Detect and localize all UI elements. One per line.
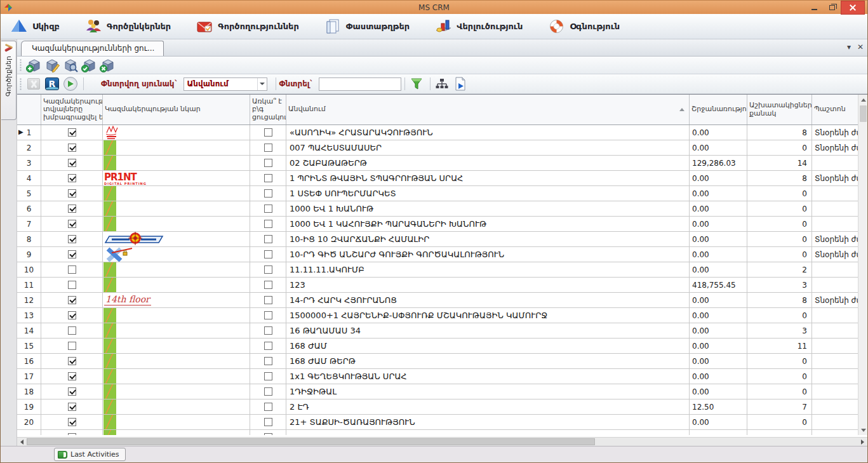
edit-record-button[interactable]: [43, 57, 60, 73]
scroll-up-icon[interactable]: [858, 95, 868, 105]
minimize-button[interactable]: [805, 1, 823, 15]
header-image[interactable]: Կազմակերպության նկար: [103, 95, 250, 124]
table-row[interactable]: 11123418,755.453: [17, 278, 858, 293]
table-row[interactable]: 61000 ԵՎ 1 ԽԱՆՈՒԹ0.000: [17, 201, 858, 217]
menu-item-partners[interactable]: Գործընկերներ: [80, 15, 180, 37]
table-row[interactable]: 51 ՍՏԵՓ ՍՈՒՊԵՐՄԱՐԿԵՏ0.000: [17, 186, 858, 201]
header-in-pricelist[interactable]: Առկա՞ է բ\գ ցուցակում: [250, 95, 286, 124]
table-row[interactable]: 910-ՐԴ ԳԻԾ ԱՆՇԱՐԺ ԳՈՒՅՔԻ ԳՈՐԾԱԿԱԼՈՒԹՅՈՒՆ…: [17, 247, 858, 262]
header-turnover[interactable]: Շրջանառություն: [690, 95, 747, 124]
in-pricelist-checkbox[interactable]: [264, 174, 272, 182]
edited-checkbox[interactable]: [68, 281, 76, 289]
table-row[interactable]: 171x1 ԳԵՂԵՑԿՈՒԹՅԱՆ ՍՐԱՀ0.000: [17, 369, 858, 384]
in-pricelist-checkbox[interactable]: [264, 250, 272, 258]
horizontal-scroll-thumb[interactable]: [27, 438, 595, 445]
edited-checkbox[interactable]: [68, 418, 76, 426]
table-row[interactable]: 16168 ԺԱՄ ԹԵՐԹ0.000: [17, 354, 858, 369]
edited-checkbox[interactable]: [68, 342, 76, 350]
scroll-left-icon[interactable]: [17, 438, 27, 446]
run-button[interactable]: [62, 76, 79, 92]
edited-checkbox[interactable]: [68, 326, 76, 335]
menu-item-actions[interactable]: Գործողություններ: [191, 15, 308, 37]
export-document-button[interactable]: [452, 76, 469, 92]
in-pricelist-checkbox[interactable]: [264, 387, 272, 396]
edited-checkbox[interactable]: [68, 144, 76, 152]
tools-panel-tab[interactable]: Գործիքներ: [1, 41, 17, 120]
in-pricelist-checkbox[interactable]: [264, 220, 272, 228]
report-button[interactable]: [43, 76, 60, 92]
in-pricelist-checkbox[interactable]: [264, 265, 272, 274]
table-row[interactable]: 302 ՇԱԲԱԹԱԹԵՐԹ129,286.0314: [17, 156, 858, 171]
table-row[interactable]: 1214th floor14-ՐԴ ՀԱՐԿ ՀՅՈՒՐԱՆՈՑ0.008Տնօ…: [17, 293, 858, 308]
in-pricelist-checkbox[interactable]: [264, 144, 272, 152]
in-pricelist-checkbox[interactable]: [264, 281, 272, 289]
in-pricelist-checkbox[interactable]: [264, 189, 272, 198]
table-row[interactable]: 4PR1NTDIGITAL PRINTING1 ՊՐԻՆՏ ԹՎԱՅԻՆ ՏՊԱ…: [17, 171, 858, 186]
menu-item-home[interactable]: Սկիզբ: [6, 15, 69, 37]
horizontal-scrollbar[interactable]: [17, 437, 867, 446]
filter-button[interactable]: [408, 76, 425, 92]
edited-checkbox[interactable]: [68, 205, 76, 213]
edited-checkbox[interactable]: [68, 265, 76, 274]
edited-checkbox[interactable]: [68, 357, 76, 365]
in-pricelist-checkbox[interactable]: [264, 433, 272, 436]
in-pricelist-checkbox[interactable]: [264, 235, 272, 243]
edited-checkbox[interactable]: [68, 403, 76, 411]
edited-checkbox[interactable]: [68, 311, 76, 319]
menu-item-help[interactable]: Օգնություն: [543, 15, 629, 37]
edited-checkbox[interactable]: [68, 387, 76, 396]
last-activities-tab[interactable]: Last Activities: [54, 448, 126, 461]
edited-checkbox[interactable]: [68, 128, 76, 137]
maximize-button[interactable]: [823, 1, 841, 15]
in-pricelist-checkbox[interactable]: [264, 418, 272, 426]
search-column-select[interactable]: Անվանում: [184, 77, 267, 91]
in-pricelist-checkbox[interactable]: [264, 357, 272, 365]
dropdown-button[interactable]: [257, 78, 267, 90]
edited-checkbox[interactable]: [68, 433, 76, 436]
header-position[interactable]: Պաշտոն: [812, 95, 858, 124]
tab-list-dropdown-icon[interactable]: ▾: [847, 43, 851, 51]
in-pricelist-checkbox[interactable]: [264, 159, 272, 167]
table-row[interactable]: 1011.11.11.ԱԿՈՒՄԲ0.002: [17, 262, 858, 278]
header-edited[interactable]: Կազմակերպությա տվյալները խմբագրացվել են: [41, 95, 103, 124]
export-excel-button[interactable]: [25, 76, 42, 92]
vertical-scrollbar[interactable]: [858, 95, 867, 435]
vertical-scroll-thumb[interactable]: [860, 105, 867, 122]
edited-checkbox[interactable]: [68, 250, 76, 258]
menu-item-analysis[interactable]: Վերլուծություն: [430, 15, 531, 37]
close-button[interactable]: [841, 1, 865, 15]
table-row[interactable]: 15168 ԺԱՄ0.0011: [17, 339, 858, 354]
add-record-button[interactable]: [25, 57, 42, 73]
table-row[interactable]: 71000 ԵՎ 1 ԿԱՀՈՒՅՔԻ ՊԱՐԱԳԱՆԵՐԻ ԽԱՆՈՒԹ0.0…: [17, 217, 858, 232]
table-row[interactable]: 2021+ ՏԱՔՍԻ-ԾԱՌԱՅՈՒԹՅՈՒՆ0.000: [17, 415, 858, 430]
view-record-button[interactable]: [62, 57, 79, 73]
in-pricelist-checkbox[interactable]: [264, 342, 272, 350]
table-row[interactable]: 810-ԻՑ 10 ԶՎԱՐՃԱՆՔԻ ՀԱՄԱԼԻՐ0.000Տնօրենի …: [17, 232, 858, 247]
edited-checkbox[interactable]: [68, 189, 76, 198]
edited-checkbox[interactable]: [68, 174, 76, 182]
in-pricelist-checkbox[interactable]: [264, 296, 272, 304]
in-pricelist-checkbox[interactable]: [264, 403, 272, 411]
search-input[interactable]: [319, 77, 401, 91]
in-pricelist-checkbox[interactable]: [264, 326, 272, 335]
header-employees[interactable]: Աշխատակիցների քանակ: [747, 95, 812, 124]
edited-checkbox[interactable]: [68, 235, 76, 243]
table-row[interactable]: 181ԴԻՋԻԹԱԼ0.000: [17, 384, 858, 399]
in-pricelist-checkbox[interactable]: [264, 205, 272, 213]
edited-checkbox[interactable]: [68, 372, 76, 380]
header-row-number[interactable]: [17, 95, 41, 124]
in-pricelist-checkbox[interactable]: [264, 311, 272, 319]
tab-organizations-list[interactable]: Կազմակերպությունների ցու...: [21, 41, 164, 56]
table-row[interactable]: 1416 ԹԱՂԱՄԱՍ 340.003: [17, 323, 858, 339]
edited-checkbox[interactable]: [68, 159, 76, 167]
table-row[interactable]: 2007 ՊԱՀԵՍՏԱՄԱՍԵՐ0.000Տնօրենի ժամ: [17, 140, 858, 156]
table-row[interactable]: ▶1«ԱՍՈՂԻԿ» ՀՐԱՏԱՐԱԿՉՈՒԹՅՈՒՆ0.008Տնօրենի …: [17, 125, 858, 140]
in-pricelist-checkbox[interactable]: [264, 372, 272, 380]
menu-item-documents[interactable]: Փաստաթղթեր: [319, 15, 418, 37]
in-pricelist-checkbox[interactable]: [264, 128, 272, 137]
table-row[interactable]: 192 ԷԴ12.507: [17, 399, 858, 415]
edited-checkbox[interactable]: [68, 220, 76, 228]
hierarchy-button[interactable]: [434, 76, 451, 92]
header-name[interactable]: Անվանում: [286, 95, 690, 124]
scroll-down-icon[interactable]: [858, 425, 868, 435]
